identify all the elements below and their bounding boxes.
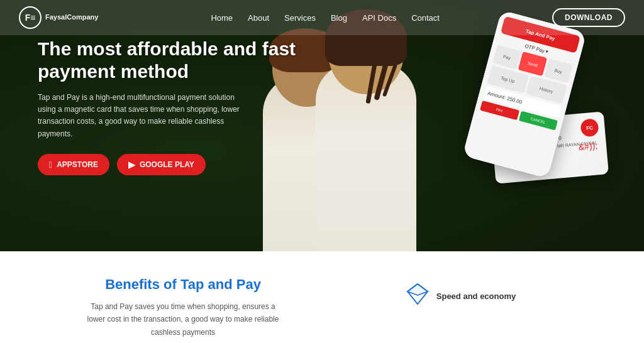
hero-section: The most affordable and fast payment met… bbox=[0, 0, 644, 251]
nav-contact[interactable]: Contact bbox=[411, 13, 440, 23]
wifi-icon: &#)); bbox=[578, 140, 598, 152]
person-right bbox=[309, 6, 435, 251]
nav-links: Home About Services Blog API Docs Contac… bbox=[211, 12, 440, 23]
phone-item-2: Send bbox=[518, 52, 547, 76]
hero-description: Tap and Pay is a high-end multifunctiona… bbox=[38, 92, 245, 140]
nav-home[interactable]: Home bbox=[211, 13, 233, 23]
diamond-icon bbox=[406, 283, 429, 310]
logo-text: FaysalCompany bbox=[45, 13, 98, 21]
phone-item-3: Buy bbox=[544, 58, 573, 83]
appstore-button[interactable]:  APPSTORE bbox=[38, 154, 109, 175]
nav-api-docs[interactable]: API Docs bbox=[362, 13, 396, 23]
benefits-left: Benefits of Tap and Pay Tap and Pay save… bbox=[44, 276, 322, 343]
navbar: F≡ FaysalCompany Home About Services Blo… bbox=[0, 0, 644, 35]
benefits-title: Benefits of Tap and Pay bbox=[44, 276, 322, 293]
nav-about[interactable]: About bbox=[248, 13, 269, 23]
benefits-right: Speed and economy bbox=[322, 276, 600, 310]
card-logo-area: FC bbox=[580, 118, 599, 137]
speed-economy-label: Speed and economy bbox=[436, 291, 516, 301]
svg-marker-1 bbox=[408, 284, 428, 295]
hero-title: The most affordable and fast payment met… bbox=[38, 38, 302, 83]
googleplay-button[interactable]: ▶ GOOGLE PLAY bbox=[117, 154, 206, 175]
download-button[interactable]: DOWNLOAD bbox=[552, 8, 625, 27]
benefits-description: Tap and Pay saves you time when shopping… bbox=[82, 300, 284, 339]
logo-icon: F≡ bbox=[19, 6, 42, 29]
nav-services[interactable]: Services bbox=[284, 13, 316, 23]
nav-blog[interactable]: Blog bbox=[331, 13, 347, 23]
hero-buttons:  APPSTORE ▶ GOOGLE PLAY bbox=[38, 154, 302, 175]
apple-icon:  bbox=[49, 160, 52, 170]
play-icon: ▶ bbox=[128, 160, 135, 170]
phone-item-1: Pay bbox=[492, 45, 521, 69]
hero-content: The most affordable and fast payment met… bbox=[38, 38, 302, 175]
card-logo: FC bbox=[580, 118, 599, 137]
logo: F≡ FaysalCompany bbox=[19, 6, 98, 29]
benefits-section: Benefits of Tap and Pay Tap and Pay save… bbox=[0, 251, 644, 343]
benefits-lower: Benefits of Tap and Pay Tap and Pay save… bbox=[19, 276, 625, 343]
